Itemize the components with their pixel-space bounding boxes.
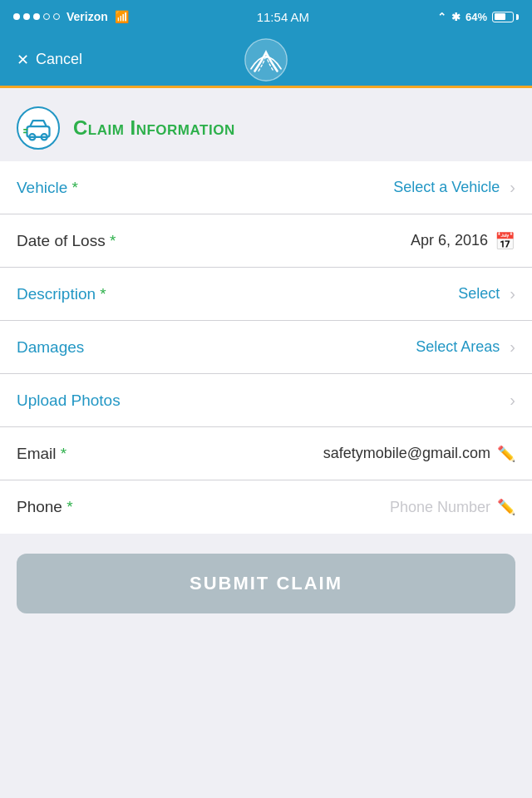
calendar-icon: 📅 <box>495 231 515 251</box>
car-icon-svg <box>23 113 53 143</box>
damages-chevron-icon: › <box>510 337 515 357</box>
submit-claim-button[interactable]: SUBMIT CLAIM <box>17 554 515 613</box>
damages-row[interactable]: Damages Select Areas › <box>0 321 532 374</box>
wifi-icon: 📶 <box>115 10 129 23</box>
description-value: Select › <box>458 284 515 303</box>
section-header: Claim Information <box>0 88 532 161</box>
phone-label: Phone * <box>17 498 73 516</box>
carrier-signal: Verizon 📶 <box>13 10 129 23</box>
form-list: Vehicle * Select a Vehicle › Date of Los… <box>0 161 532 534</box>
cancel-label: Cancel <box>36 51 82 68</box>
description-label: Description * <box>17 285 106 303</box>
battery-percent: 64% <box>466 11 487 23</box>
status-bar: Verizon 📶 11:54 AM ⌃ ✱ 64% <box>0 0 532 33</box>
signal-dot-5 <box>53 13 60 20</box>
upload-photos-chevron-icon: › <box>510 391 515 410</box>
section-title: Claim Information <box>73 116 235 140</box>
battery-icon <box>492 12 519 22</box>
email-edit-icon: ✏️ <box>497 445 515 463</box>
damages-label: Damages <box>17 338 84 357</box>
damages-value: Select Areas › <box>416 337 515 357</box>
carrier-name: Verizon <box>66 10 108 23</box>
date-label: Date of Loss * <box>17 232 116 250</box>
phone-edit-icon: ✏️ <box>497 498 515 516</box>
cancel-button[interactable]: ✕ Cancel <box>17 51 82 69</box>
status-indicators: ⌃ ✱ 64% <box>437 11 519 23</box>
email-label: Email * <box>17 445 66 463</box>
date-value: Apr 6, 2016 📅 <box>411 231 515 251</box>
upload-photos-value: › <box>506 391 515 410</box>
description-chevron-icon: › <box>510 284 515 303</box>
upload-photos-label: Upload Photos <box>17 392 121 410</box>
location-icon: ⌃ <box>437 11 446 23</box>
claim-icon <box>17 106 60 150</box>
cancel-x-icon: ✕ <box>17 51 29 69</box>
vehicle-chevron-icon: › <box>510 178 515 197</box>
submit-section: SUBMIT CLAIM <box>0 534 532 638</box>
email-row[interactable]: Email * safetymobile@gmail.com ✏️ <box>0 427 532 480</box>
signal-dot-4 <box>43 13 50 20</box>
email-value: safetymobile@gmail.com ✏️ <box>323 445 515 463</box>
signal-dot-3 <box>33 13 40 20</box>
vehicle-label: Vehicle * <box>17 179 78 197</box>
nav-bar: ✕ Cancel <box>0 33 532 88</box>
phone-row[interactable]: Phone * Phone Number ✏️ <box>0 480 532 534</box>
logo-svg <box>244 37 288 82</box>
upload-photos-row[interactable]: Upload Photos › <box>0 374 532 427</box>
date-of-loss-row[interactable]: Date of Loss * Apr 6, 2016 📅 <box>0 214 532 268</box>
description-row[interactable]: Description * Select › <box>0 268 532 321</box>
app-logo <box>241 35 291 85</box>
bluetooth-icon: ✱ <box>451 11 461 23</box>
svg-point-0 <box>244 38 286 80</box>
phone-value: Phone Number ✏️ <box>390 498 515 516</box>
vehicle-row[interactable]: Vehicle * Select a Vehicle › <box>0 161 532 214</box>
signal-dot-1 <box>13 13 20 20</box>
status-time: 11:54 AM <box>257 10 309 24</box>
vehicle-value: Select a Vehicle › <box>393 178 515 197</box>
signal-dot-2 <box>23 13 30 20</box>
